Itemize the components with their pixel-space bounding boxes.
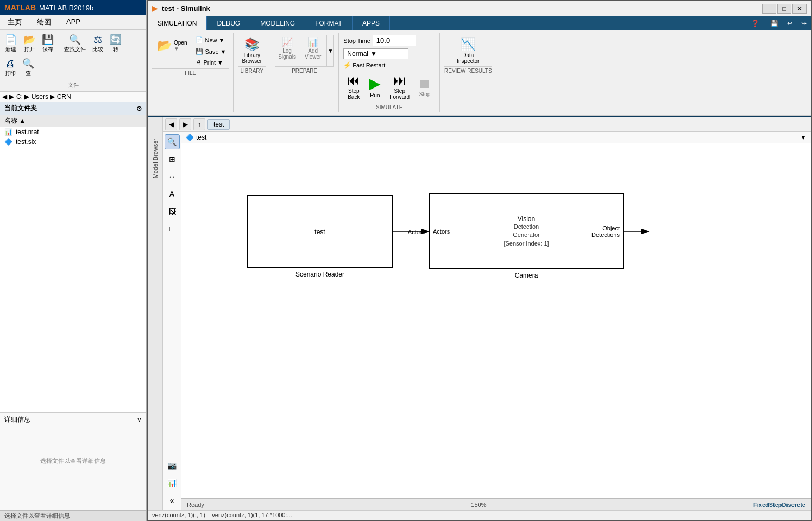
tab-simulation[interactable]: SIMULATION	[148, 16, 207, 30]
tab-apps[interactable]: APPS	[353, 16, 390, 30]
nav-forward-button[interactable]: ▶	[179, 118, 191, 130]
mode-dropdown[interactable]: Normal ▼	[343, 48, 408, 59]
print-button[interactable]: 🖨 打印	[2, 57, 18, 79]
matlab-menu-home[interactable]: 主页	[0, 15, 29, 29]
camera-line3: Generator	[513, 231, 540, 239]
canvas-left-tools: 🔍 ⊞ ↔ A 🖼 □ 📷 📊 «	[163, 132, 181, 510]
status-text: Ready	[187, 501, 204, 508]
nav-back-button[interactable]: ◀	[165, 118, 177, 130]
mat-file-icon: 📊	[4, 128, 12, 136]
run-icon: ▶	[369, 74, 381, 92]
matlab-toolbar: 📄 新建 📂 打开 💾 保存 🔍 查找文件 ⚖ 比较 🔄 转 🖨 打印	[0, 30, 146, 92]
data-inspector-label: DataInspector	[457, 52, 479, 64]
help-icon[interactable]: ❓	[745, 16, 766, 30]
add-viewer-button[interactable]: 📊 AddViewer	[301, 35, 324, 66]
step-forward-button[interactable]: ⏭ StepForward	[386, 70, 413, 103]
rect-tool[interactable]: □	[165, 221, 180, 236]
simulink-title: ▶ test - Simulink	[152, 4, 210, 12]
file-section-label: 文件	[2, 80, 144, 89]
open-button[interactable]: 📂 打开	[21, 32, 38, 55]
folder-header: 名称 ▲	[0, 115, 146, 127]
screenshot-tool[interactable]: 📷	[165, 458, 180, 473]
slx-file-icon: 🔷	[4, 138, 12, 146]
canvas-content[interactable]: 🔷 test ▼ test Actors Scenario Reader	[181, 132, 811, 510]
text-tool[interactable]: A	[165, 186, 180, 202]
matlab-menu-app[interactable]: APP	[59, 15, 88, 29]
list-item[interactable]: 🔷 test.slx	[0, 137, 146, 147]
compare-button[interactable]: ⚖ 比较	[90, 32, 106, 55]
library-browser-button[interactable]: 📚 LibraryBrowser	[238, 35, 266, 66]
mode-label: Normal	[347, 50, 368, 58]
scenario-reader-block[interactable]: test Actors Scenario Reader	[247, 195, 393, 268]
save-button[interactable]: 💾 保存	[39, 32, 56, 55]
fixed-step-badge: FixedStepDiscrete	[753, 501, 805, 508]
save-icon: 💾	[196, 48, 203, 55]
stop-button[interactable]: ⏹ Stop	[414, 73, 435, 100]
file-sub-buttons: 📄 New ▼ 💾 Save ▼ 🖨 Print ▼	[193, 35, 229, 67]
fit-tool[interactable]: ⊞	[165, 152, 180, 167]
image-tool[interactable]: 🖼	[165, 204, 180, 219]
file-group-label: FILE	[152, 68, 229, 76]
actors-out-port-label: Actors	[408, 229, 425, 235]
fast-restart-label: Fast Restart	[353, 62, 385, 68]
new-button[interactable]: 📄 New ▼	[193, 35, 229, 45]
prepare-more-button[interactable]: ▼	[326, 35, 334, 66]
tab-format[interactable]: FORMAT	[305, 16, 353, 30]
chart-tool[interactable]: 📊	[165, 475, 180, 491]
undo-icon[interactable]: ↩	[783, 16, 797, 30]
zoom-tool[interactable]: 🔍	[165, 134, 180, 149]
mode-row: Normal ▼	[343, 48, 408, 59]
details-header: 详细信息 ∨	[4, 415, 142, 424]
redo-icon[interactable]: ↪	[797, 16, 811, 30]
camera-block-content: Vision Detection Generator [Sensor Index…	[503, 200, 549, 263]
ribbon-group-file: 📂 Open ▼ 📄 New ▼ 💾	[148, 33, 234, 112]
print-btn[interactable]: 🖨 Print ▼	[193, 58, 229, 67]
log-signals-button[interactable]: 📈 LogSignals	[275, 35, 299, 66]
canvas-diagram: test Actors Scenario Reader	[181, 143, 811, 506]
new-button[interactable]: 📄 新建	[2, 32, 20, 55]
nav-forward-icon[interactable]: ▶	[9, 93, 14, 101]
maximize-button[interactable]: □	[777, 4, 791, 14]
file-name: test.mat	[16, 128, 39, 136]
scenario-reader-label: Scenario Reader	[248, 271, 392, 278]
camera-line2: Detection	[514, 223, 539, 231]
matlab-current-folder: ◀ ▶ C: ▶ Users ▶ CRN	[0, 92, 146, 102]
data-inspector-button[interactable]: 📉 DataInspector	[444, 35, 492, 66]
list-item[interactable]: 📊 test.mat	[0, 127, 146, 137]
file-buttons: 📂 Open ▼ 📄 New ▼ 💾	[152, 35, 229, 67]
save-btn[interactable]: 💾 Save ▼	[193, 46, 229, 57]
find-files-button[interactable]: 🔍 查找文件	[61, 32, 89, 55]
camera-label: Camera	[430, 272, 623, 279]
model-browser-label: Model Browser	[152, 139, 159, 178]
simulate-buttons: ⏮ StepBack ▶ Run ⏭ StepForward ⏹ Stop	[343, 70, 435, 103]
nav-back-icon[interactable]: ◀	[2, 93, 7, 101]
folder-path: C: ▶ Users ▶ CRN	[16, 93, 71, 101]
details-expand-icon[interactable]: ∨	[137, 416, 142, 424]
nav-up-button[interactable]: ↑	[193, 118, 205, 130]
open-button[interactable]: 📂 Open ▼	[152, 35, 192, 57]
step-back-button[interactable]: ⏮ StepBack	[343, 70, 364, 103]
search-button[interactable]: 🔍 查	[20, 56, 37, 79]
pan-tool[interactable]: ↔	[165, 169, 180, 184]
ribbon-group-library: 📚 LibraryBrowser LIBRARY	[234, 33, 270, 112]
cloud-icon[interactable]: 💾	[766, 16, 783, 30]
object-detections-out-label: ObjectDetections	[591, 225, 620, 238]
canvas-main: ◀ ▶ ↑ test 🔍 ⊞ ↔ A 🖼 □ 📷 📊 «	[163, 117, 811, 510]
breadcrumb-tab[interactable]: test	[207, 119, 230, 130]
simulink-window: ▶ test - Simulink ─ □ ✕ SIMULATION DEBUG…	[147, 0, 812, 521]
close-button[interactable]: ✕	[792, 4, 807, 14]
expand-icon[interactable]: ⊙	[136, 105, 142, 112]
matlab-menu-plot[interactable]: 绘图	[29, 15, 59, 29]
tab-modeling[interactable]: MODELING	[250, 16, 305, 30]
collapse-panel-button[interactable]: «	[165, 493, 180, 508]
breadcrumb-expand[interactable]: ▼	[800, 134, 807, 141]
fast-restart-icon: ⚡	[343, 61, 351, 69]
transfer-button[interactable]: 🔄 转	[107, 32, 124, 55]
run-button[interactable]: ▶ Run	[365, 72, 385, 101]
minimize-button[interactable]: ─	[762, 4, 776, 14]
camera-line4: [Sensor Index: 1]	[503, 240, 549, 248]
simulate-group-label: SIMULATE	[343, 103, 435, 110]
camera-block[interactable]: Actors Vision Detection Generator [Senso…	[429, 193, 624, 269]
tab-debug[interactable]: DEBUG	[207, 16, 250, 30]
stop-time-input[interactable]	[373, 35, 416, 46]
